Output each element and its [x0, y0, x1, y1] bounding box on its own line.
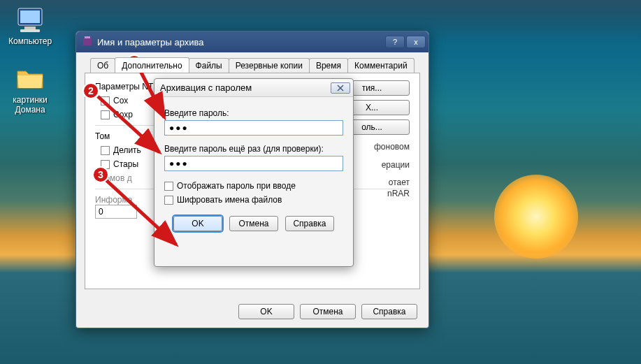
password-input-1[interactable] [164, 120, 343, 136]
info-input[interactable] [95, 205, 137, 219]
svg-rect-5 [85, 36, 90, 38]
password-input-2[interactable] [164, 156, 343, 171]
tab-general[interactable]: Об [90, 58, 115, 73]
password-label-2: Введите пароль ещё раз (для проверки): [164, 144, 343, 154]
password-titlebar[interactable]: Архивация с паролем [154, 79, 353, 97]
checkbox-icon [101, 146, 110, 155]
password-dialog: Архивация с паролем Введите пароль: Введ… [154, 78, 354, 267]
desktop-icon-label: Компьютер [8, 36, 52, 46]
winrar-icon [82, 36, 93, 49]
computer-icon [15, 6, 45, 34]
svg-rect-4 [83, 38, 92, 45]
desktop-icon-label: картинки Домана [13, 95, 47, 115]
parent-help-button[interactable]: Справка [361, 304, 417, 319]
tab-advanced[interactable]: Дополнительно [115, 57, 189, 73]
checkbox-icon [101, 160, 110, 169]
password-ok-button[interactable]: OK [173, 216, 222, 231]
password-cancel-button[interactable]: Отмена [229, 216, 278, 231]
svg-rect-1 [20, 10, 40, 23]
tab-backups[interactable]: Резервные копии [229, 58, 310, 73]
titlebar-help-button[interactable]: ? [385, 36, 405, 48]
checkbox-icon [164, 196, 173, 205]
tab-comment[interactable]: Комментарий [347, 58, 415, 73]
svg-rect-3 [20, 29, 40, 32]
dialog-title: Имя и параметры архива [97, 37, 384, 48]
password-close-button[interactable] [331, 82, 350, 94]
titlebar-close-button[interactable]: x [406, 36, 426, 48]
desktop-icon-computer[interactable]: Компьютер [8, 6, 52, 46]
tab-time[interactable]: Время [309, 58, 348, 73]
titlebar[interactable]: Имя и параметры архива ? x [76, 31, 428, 52]
checkbox-icon [101, 96, 110, 105]
password-help-button[interactable]: Справка [285, 216, 334, 231]
encrypt-names-checkbox[interactable]: Шифровать имена файлов [164, 195, 343, 205]
tab-files[interactable]: Файлы [189, 58, 229, 73]
parent-ok-button[interactable]: OK [238, 304, 294, 319]
folder-icon [15, 66, 45, 92]
desktop-icons: Компьютер картинки Домана [8, 6, 52, 134]
checkbox-icon [101, 110, 110, 119]
close-icon [336, 85, 345, 92]
tab-strip: Об Дополнительно Файлы Резервные копии В… [90, 58, 420, 73]
show-password-checkbox[interactable]: Отображать пароль при вводе [164, 181, 343, 191]
checkbox-icon [164, 182, 173, 191]
password-dialog-title: Архивация с паролем [160, 82, 331, 93]
desktop-icon-folder[interactable]: картинки Домана [8, 66, 52, 115]
svg-rect-2 [24, 27, 36, 29]
password-label-1: Введите пароль: [164, 108, 343, 118]
parent-cancel-button[interactable]: Отмена [300, 304, 356, 319]
